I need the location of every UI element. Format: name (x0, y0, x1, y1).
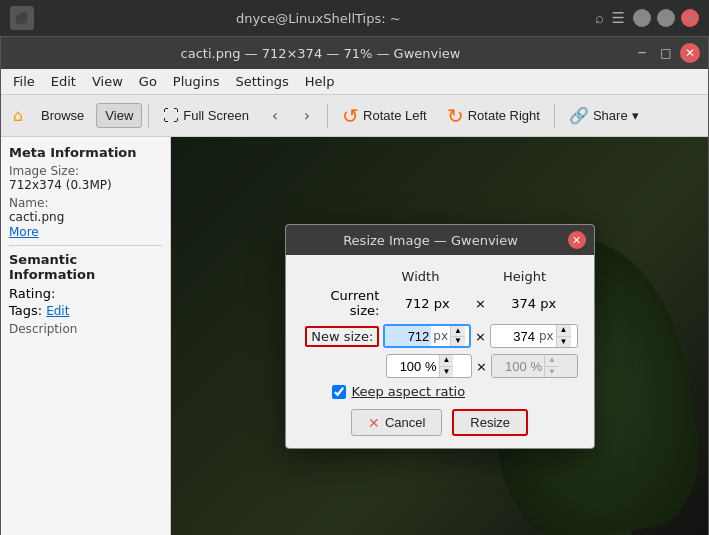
width-percent-container[interactable]: ▲ ▼ (386, 354, 473, 378)
prev-button[interactable]: ‹ (261, 102, 289, 130)
terminal-title: dnyce@LinuxShellTips: ~ (42, 11, 595, 26)
description-label: Description (9, 322, 162, 336)
view-button[interactable]: View (96, 103, 142, 128)
menu-icon[interactable]: ☰ (612, 9, 625, 27)
gwenview-close-button[interactable]: ✕ (680, 43, 700, 63)
browse-label: Browse (41, 108, 84, 123)
browse-button[interactable]: Browse (33, 104, 92, 127)
height-percent-container: ▲ ▼ (491, 354, 578, 378)
rotate-left-icon: ↺ (342, 104, 359, 128)
rating-row: Rating: (9, 286, 162, 301)
cross-header-spacer (466, 269, 480, 284)
toolbar-separator-1 (148, 104, 149, 128)
menu-bar: File Edit View Go Plugins Settings Help (1, 69, 708, 95)
gwenview-window-controls[interactable]: ─ □ ✕ (632, 43, 700, 63)
menu-view[interactable]: View (84, 72, 131, 91)
height-percent-input (492, 355, 544, 377)
menu-go[interactable]: Go (131, 72, 165, 91)
terminal-titlebar: ⬛ dnyce@LinuxShellTips: ~ ⌕ ☰ ─ □ ✕ (0, 0, 709, 36)
terminal-maximize-button[interactable]: □ (657, 9, 675, 27)
terminal-window-controls[interactable]: ─ □ ✕ (633, 9, 699, 27)
rotate-left-label: Rotate Left (363, 108, 427, 123)
width-decrement-button[interactable]: ▼ (451, 337, 465, 347)
height-input[interactable] (491, 325, 537, 347)
rotate-right-button[interactable]: ↻ Rotate Right (439, 100, 548, 132)
dialog-titlebar: Resize Image — Gwenview ✕ (286, 225, 594, 255)
width-increment-button[interactable]: ▲ (451, 326, 465, 337)
width-spinners[interactable]: ▲ ▼ (450, 326, 465, 346)
height-percent-spinners: ▲ ▼ (544, 355, 559, 377)
next-button[interactable]: › (293, 102, 321, 130)
share-button[interactable]: 🔗 Share ▾ (561, 102, 647, 129)
width-percent-decrement-button[interactable]: ▼ (440, 367, 454, 378)
cancel-label: Cancel (385, 415, 425, 430)
image-display-area: Resize Image — Gwenview ✕ Width Height (171, 137, 708, 535)
height-spinners[interactable]: ▲ ▼ (556, 325, 571, 347)
width-input-container[interactable]: px ▲ ▼ (383, 324, 471, 348)
keep-aspect-label[interactable]: Keep aspect ratio (352, 384, 466, 399)
fullscreen-label: Full Screen (183, 108, 249, 123)
terminal-icon: ⬛ (10, 6, 34, 30)
height-percent-decrement-button: ▼ (545, 367, 559, 378)
menu-file[interactable]: File (5, 72, 43, 91)
tags-row: Tags: Edit (9, 303, 162, 318)
edit-link[interactable]: Edit (46, 304, 69, 318)
image-size-label: Image Size: (9, 164, 162, 178)
cancel-icon: ✕ (368, 415, 380, 431)
dialog-close-button[interactable]: ✕ (568, 231, 586, 249)
sidebar-divider-1 (9, 245, 162, 246)
percent-cross: × (476, 359, 487, 374)
gwenview-minimize-button[interactable]: ─ (632, 43, 652, 63)
new-size-cross: × (475, 329, 486, 344)
width-percent-input[interactable] (387, 355, 439, 377)
dialog-body: Width Height Current size: 712 px × 374 … (286, 255, 594, 448)
current-size-label: Current size: (302, 288, 380, 318)
width-percent-spinners[interactable]: ▲ ▼ (439, 355, 454, 377)
current-height-value: 374 px (490, 296, 578, 311)
modal-overlay: Resize Image — Gwenview ✕ Width Height (171, 137, 708, 535)
height-unit: px (537, 329, 556, 343)
dialog-title: Resize Image — Gwenview (294, 233, 568, 248)
more-link[interactable]: More (9, 225, 39, 239)
main-toolbar: ⌂ Browse View ⛶ Full Screen ‹ › ↺ Rotate… (1, 95, 708, 137)
share-icon: 🔗 (569, 106, 589, 125)
menu-plugins[interactable]: Plugins (165, 72, 228, 91)
height-percent-increment-button: ▲ (545, 355, 559, 367)
keep-aspect-checkbox[interactable] (332, 385, 346, 399)
new-size-label: New size: (305, 326, 379, 347)
width-input[interactable] (385, 326, 431, 346)
terminal-close-button[interactable]: ✕ (681, 9, 699, 27)
rotate-right-label: Rotate Right (468, 108, 540, 123)
main-content-area: Meta Information Image Size: 712x374 (0.… (1, 137, 708, 535)
toolbar-separator-3 (554, 104, 555, 128)
width-unit: px (431, 329, 450, 343)
cancel-button[interactable]: ✕ Cancel (351, 409, 442, 436)
gwenview-window: cacti.png — 712×374 — 71% — Gwenview ─ □… (0, 36, 709, 535)
gwenview-maximize-button[interactable]: □ (656, 43, 676, 63)
rotate-left-button[interactable]: ↺ Rotate Left (334, 100, 435, 132)
home-icon: ⌂ (7, 105, 29, 127)
height-decrement-button[interactable]: ▼ (557, 337, 571, 348)
height-input-container[interactable]: px ▲ ▼ (490, 324, 578, 348)
name-value: cacti.png (9, 210, 162, 224)
keep-aspect-text: eep aspect ratio (359, 384, 465, 399)
rating-label: Rating: (9, 286, 55, 301)
resize-button[interactable]: Resize (452, 409, 528, 436)
gwenview-titlebar: cacti.png — 712×374 — 71% — Gwenview ─ □… (1, 37, 708, 69)
menu-edit[interactable]: Edit (43, 72, 84, 91)
toolbar-separator-2 (327, 104, 328, 128)
search-icon[interactable]: ⌕ (595, 9, 604, 27)
gwenview-title: cacti.png — 712×374 — 71% — Gwenview (9, 46, 632, 61)
width-percent-increment-button[interactable]: ▲ (440, 355, 454, 367)
current-size-cross: × (475, 296, 486, 311)
menu-help[interactable]: Help (297, 72, 343, 91)
terminal-minimize-button[interactable]: ─ (633, 9, 651, 27)
height-increment-button[interactable]: ▲ (557, 325, 571, 337)
fullscreen-icon: ⛶ (163, 107, 179, 125)
menu-settings[interactable]: Settings (227, 72, 296, 91)
tags-label: Tags: (9, 303, 42, 318)
semantic-info-title: Semantic Information (9, 252, 162, 282)
fullscreen-button[interactable]: ⛶ Full Screen (155, 103, 257, 129)
dialog-button-row: ✕ Cancel Resize (302, 409, 578, 436)
name-label: Name: (9, 196, 162, 210)
